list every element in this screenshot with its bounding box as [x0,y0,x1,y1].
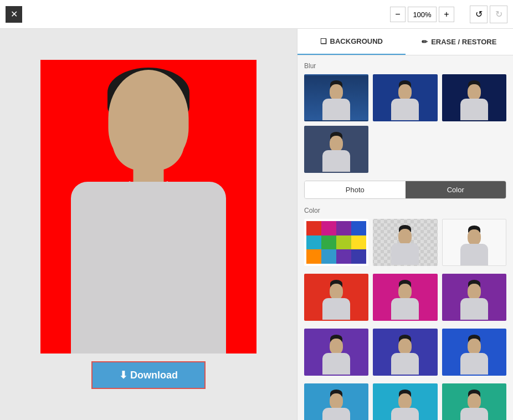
redo-button[interactable]: ↻ [490,6,507,23]
violet-bg-thumb[interactable] [304,329,368,376]
history-group: ↺ ↻ [470,6,507,23]
panel-tabs: ❏ BACKGROUND ✏ ERASE / RESTORE [297,29,513,55]
person-head [109,70,189,167]
undo-button[interactable]: ↺ [470,6,488,23]
cyan-bg-thumb[interactable] [373,383,437,420]
tab-erase-restore[interactable]: ✏ ERASE / RESTORE [406,29,514,55]
blur-section-label: Blur [304,62,506,70]
zoom-increase-button[interactable]: + [439,7,454,22]
blur-thumb-3[interactable] [442,74,506,121]
tab-background-label: BACKGROUND [330,37,383,45]
color-picker-thumb[interactable] [304,219,368,266]
toggle-photo-button[interactable]: Photo [305,181,406,198]
color-thumbnail-grid-1 [304,219,506,266]
toolbar: ✕ − 100% + ↺ ↻ [0,0,513,29]
transparent-thumb[interactable] [373,219,437,266]
zoom-group: − 100% + [390,7,454,22]
blue-bg-thumb[interactable] [442,329,506,376]
color-thumbnail-grid-4 [304,383,506,420]
color-thumbnail-grid-2 [304,274,506,321]
teal-bg-thumb[interactable] [442,383,506,420]
blur-thumb-2[interactable] [373,74,437,121]
tab-erase-label: ERASE / RESTORE [431,38,496,46]
person-body [71,182,226,354]
zoom-decrease-button[interactable]: − [390,7,406,22]
lightblue-bg-thumb[interactable] [304,383,368,420]
main-area: ⬇ Download ❏ BACKGROUND ✏ ERASE / RESTOR… [0,29,513,420]
close-button[interactable]: ✕ [6,6,22,23]
download-area: ⬇ Download [91,361,206,389]
eraser-icon: ✏ [422,38,428,46]
magenta-bg-thumb[interactable] [373,274,437,321]
purple-bg-thumb[interactable] [442,274,506,321]
right-panel: ❏ BACKGROUND ✏ ERASE / RESTORE Blur [297,29,513,420]
undo-icon: ↺ [475,9,483,19]
download-button[interactable]: ⬇ Download [91,361,206,389]
blur-thumb-4[interactable] [304,126,368,173]
blur-thumbnail-grid [304,74,506,173]
layers-icon: ❏ [320,37,327,45]
indigo-bg-thumb[interactable] [373,329,437,376]
canvas-wrapper: ⬇ Download [40,60,256,389]
tab-background[interactable]: ❏ BACKGROUND [297,29,406,55]
redo-icon: ↻ [495,9,502,19]
toggle-group: Photo Color [304,181,506,199]
color-section-label: Color [304,207,506,214]
color-thumbnail-grid-3 [304,329,506,376]
white-bg-thumb[interactable] [442,219,506,266]
red-bg-thumb[interactable] [304,274,368,321]
close-icon: ✕ [11,9,18,19]
toggle-color-button[interactable]: Color [406,181,506,198]
panel-content: Blur [297,55,513,420]
photo-person [40,60,256,354]
zoom-value: 100% [408,7,437,22]
blur-thumb-1[interactable] [304,74,368,121]
canvas-area: ⬇ Download [0,29,297,420]
zoom-increase-icon: + [444,9,449,19]
photo-canvas [40,60,256,354]
zoom-decrease-icon: − [395,9,400,19]
